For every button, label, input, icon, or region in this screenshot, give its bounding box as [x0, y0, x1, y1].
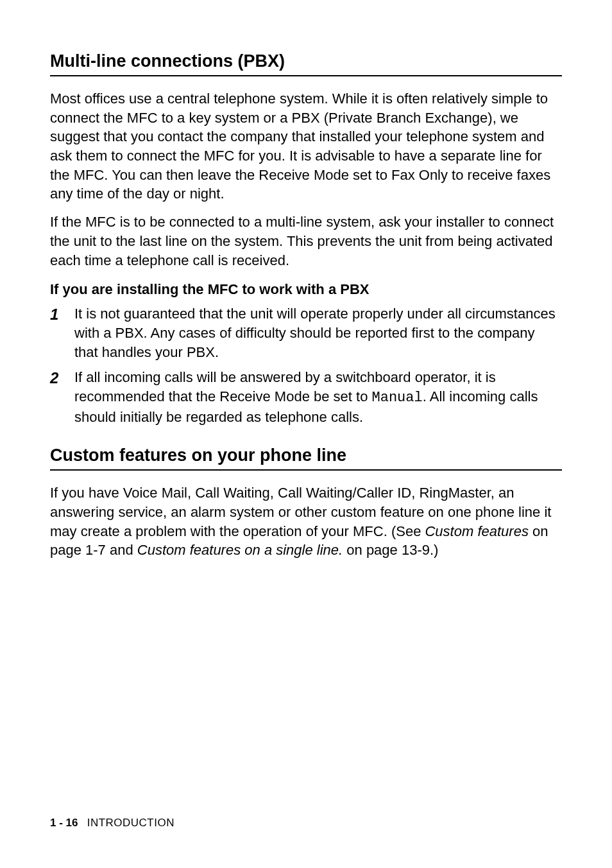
pbx-para-1: Most offices use a central telephone sys… [50, 89, 562, 204]
list-item: 2 If all incoming calls will be answered… [50, 368, 562, 426]
list-item: 1 It is not guaranteed that the unit wil… [50, 304, 562, 361]
list-text-2: If all incoming calls will be answered b… [74, 368, 562, 426]
section-heading-custom: Custom features on your phone line [50, 446, 562, 471]
page-number: 1 - 16 [50, 817, 78, 829]
section-heading-pbx: Multi-line connections (PBX) [50, 51, 562, 76]
custom-para: If you have Voice Mail, Call Waiting, Ca… [50, 483, 562, 560]
custom-ref-2: Custom features on a single line. [137, 542, 343, 558]
custom-mid-2: on page 13-9.) [343, 542, 438, 558]
list-text-1: It is not guaranteed that the unit will … [74, 304, 562, 361]
pbx-list: 1 It is not guaranteed that the unit wil… [50, 304, 562, 426]
pbx-subheading: If you are installing the MFC to work wi… [50, 281, 562, 298]
list-number-1: 1 [50, 304, 74, 361]
custom-ref-1: Custom features [425, 523, 528, 539]
pbx-para-2: If the MFC is to be connected to a multi… [50, 213, 562, 270]
list-text-2-mono: Manual [371, 390, 422, 406]
list-number-2: 2 [50, 368, 74, 426]
page-footer: 1 - 16 INTRODUCTION [50, 817, 174, 829]
page-label: INTRODUCTION [87, 817, 174, 829]
